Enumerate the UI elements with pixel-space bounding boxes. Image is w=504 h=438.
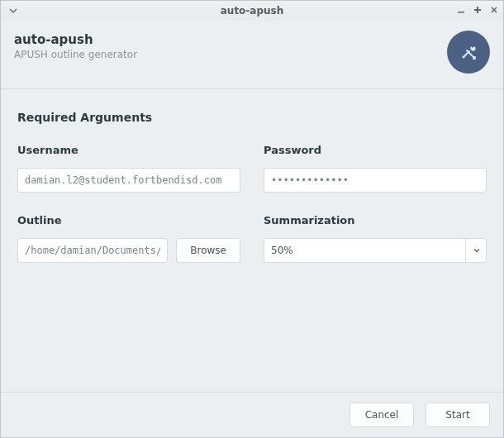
summarization-value[interactable] xyxy=(264,238,487,263)
outline-path-input[interactable] xyxy=(17,238,168,263)
content-area: Required Arguments Username Password Out… xyxy=(1,89,503,392)
close-button[interactable] xyxy=(490,5,498,17)
summarization-select[interactable] xyxy=(264,238,487,263)
cancel-button[interactable]: Cancel xyxy=(349,402,414,427)
section-title: Required Arguments xyxy=(17,111,487,124)
minimize-button[interactable] xyxy=(457,5,465,17)
footer: Cancel Start xyxy=(1,392,503,437)
maximize-button[interactable] xyxy=(473,5,482,17)
password-label: Password xyxy=(264,144,487,156)
window-title: auto-apush xyxy=(1,5,503,17)
svg-point-3 xyxy=(463,56,465,59)
app-window: auto-apush auto-apush APUSH outline gene… xyxy=(0,0,504,438)
app-name: auto-apush xyxy=(14,32,137,47)
titlebar: auto-apush xyxy=(1,1,503,21)
start-button[interactable]: Start xyxy=(426,402,490,427)
svg-rect-2 xyxy=(474,9,481,11)
header: auto-apush APUSH outline generator xyxy=(1,21,503,89)
outline-label: Outline xyxy=(17,214,240,226)
tools-icon xyxy=(447,31,490,74)
username-label: Username xyxy=(17,144,240,156)
password-input[interactable] xyxy=(264,168,487,193)
app-subtitle: APUSH outline generator xyxy=(14,49,137,60)
browse-button[interactable]: Browse xyxy=(176,238,240,263)
svg-rect-0 xyxy=(458,12,464,13)
window-menu-icon[interactable] xyxy=(6,7,21,15)
summarization-label: Summarization xyxy=(264,214,487,226)
username-input[interactable] xyxy=(17,168,240,193)
